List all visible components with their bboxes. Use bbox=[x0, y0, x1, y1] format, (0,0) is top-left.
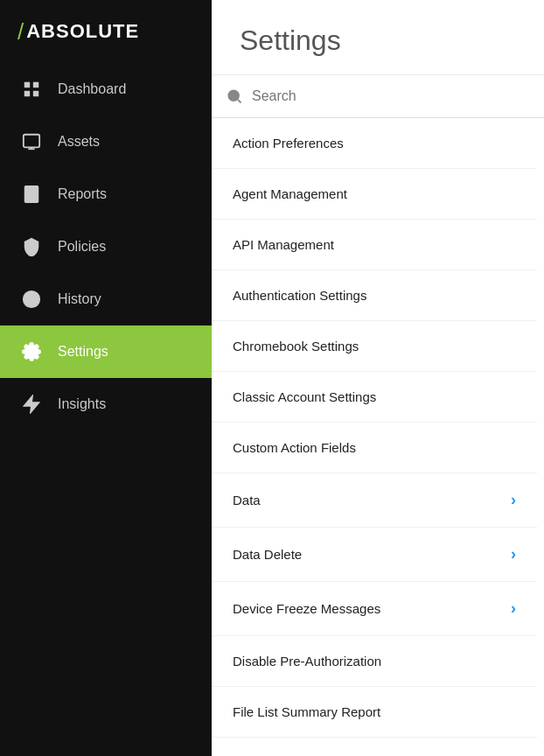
settings-item-label-api-management: API Management bbox=[233, 237, 334, 252]
sidebar-item-dashboard[interactable]: Dashboard bbox=[0, 63, 212, 116]
settings-item-label-device-freeze-messages: Device Freeze Messages bbox=[233, 601, 380, 616]
search-icon bbox=[226, 88, 243, 105]
settings-item-label-classic-account-settings: Classic Account Settings bbox=[233, 389, 376, 404]
settings-item-data[interactable]: Data› bbox=[212, 473, 537, 528]
sidebar-item-reports[interactable]: Reports bbox=[0, 168, 212, 220]
history-icon bbox=[21, 289, 42, 310]
settings-item-action-preferences[interactable]: Action Preferences bbox=[212, 118, 537, 169]
chevron-right-icon-data: › bbox=[511, 491, 516, 509]
svg-rect-2 bbox=[24, 91, 30, 96]
sidebar-item-history[interactable]: History bbox=[0, 273, 212, 326]
sidebar-item-dashboard-label: Dashboard bbox=[58, 81, 126, 97]
policies-icon bbox=[21, 236, 42, 257]
main-content: Settings Action PreferencesAgent Managem… bbox=[212, 0, 544, 756]
sidebar-item-assets[interactable]: Assets bbox=[0, 116, 212, 168]
reports-icon bbox=[21, 184, 42, 205]
sidebar-item-policies[interactable]: Policies bbox=[0, 220, 212, 273]
sidebar-item-assets-label: Assets bbox=[58, 134, 100, 150]
assets-icon bbox=[21, 131, 42, 152]
chevron-right-icon-data-delete: › bbox=[511, 545, 516, 564]
search-bar bbox=[212, 75, 544, 118]
settings-item-label-custom-action-fields: Custom Action Fields bbox=[233, 440, 356, 455]
settings-item-file-list-summary-report[interactable]: File List Summary Report bbox=[212, 687, 537, 738]
settings-item-custom-action-fields[interactable]: Custom Action Fields bbox=[212, 423, 537, 473]
settings-item-classic-account-settings[interactable]: Classic Account Settings bbox=[212, 372, 537, 423]
logo-slash: / bbox=[17, 18, 24, 46]
sidebar-nav: Dashboard Assets Reports Policies bbox=[0, 63, 212, 756]
sidebar-item-insights-label: Insights bbox=[58, 396, 106, 412]
svg-rect-4 bbox=[24, 135, 39, 148]
svg-rect-3 bbox=[33, 91, 38, 96]
chevron-right-icon-device-freeze-messages: › bbox=[511, 599, 516, 618]
sidebar: / ABSOLUTE Dashboard Assets Reports bbox=[0, 0, 212, 756]
dashboard-icon bbox=[21, 79, 42, 100]
sidebar-item-settings[interactable]: Settings bbox=[0, 326, 212, 378]
svg-line-15 bbox=[238, 100, 241, 103]
settings-item-label-data: Data bbox=[233, 493, 261, 508]
settings-item-agent-management[interactable]: Agent Management bbox=[212, 169, 537, 220]
sidebar-item-settings-label: Settings bbox=[58, 344, 108, 360]
svg-point-14 bbox=[228, 90, 239, 101]
svg-marker-13 bbox=[24, 396, 39, 412]
svg-rect-1 bbox=[33, 82, 38, 88]
sidebar-item-policies-label: Policies bbox=[58, 239, 106, 255]
logo-name: ABSOLUTE bbox=[26, 20, 139, 43]
sidebar-item-history-label: History bbox=[58, 291, 101, 307]
settings-list: Action PreferencesAgent ManagementAPI Ma… bbox=[212, 118, 544, 756]
logo: / ABSOLUTE bbox=[0, 0, 212, 63]
settings-item-label-agent-management: Agent Management bbox=[233, 186, 347, 201]
settings-item-label-file-list-summary-report: File List Summary Report bbox=[233, 704, 380, 719]
sidebar-item-reports-label: Reports bbox=[58, 186, 107, 202]
settings-item-label-chromebook-settings: Chromebook Settings bbox=[233, 339, 359, 354]
settings-item-disable-pre-authorization[interactable]: Disable Pre-Authorization bbox=[212, 636, 537, 687]
settings-item-label-action-preferences: Action Preferences bbox=[233, 136, 344, 150]
settings-item-data-delete[interactable]: Data Delete› bbox=[212, 528, 537, 582]
settings-item-label-data-delete: Data Delete bbox=[233, 547, 302, 562]
settings-item-device-freeze-messages[interactable]: Device Freeze Messages› bbox=[212, 582, 537, 636]
settings-item-authentication-settings[interactable]: Authentication Settings bbox=[212, 270, 537, 321]
settings-item-chromebook-settings[interactable]: Chromebook Settings bbox=[212, 321, 537, 372]
insights-icon bbox=[21, 394, 42, 415]
settings-item-label-disable-pre-authorization: Disable Pre-Authorization bbox=[233, 654, 381, 668]
sidebar-item-insights[interactable]: Insights bbox=[0, 378, 212, 430]
settings-icon bbox=[21, 341, 42, 362]
page-title: Settings bbox=[212, 0, 544, 75]
settings-item-api-management[interactable]: API Management bbox=[212, 220, 537, 270]
settings-item-label-authentication-settings: Authentication Settings bbox=[233, 288, 366, 303]
search-input[interactable] bbox=[252, 88, 530, 104]
svg-rect-0 bbox=[24, 82, 30, 88]
